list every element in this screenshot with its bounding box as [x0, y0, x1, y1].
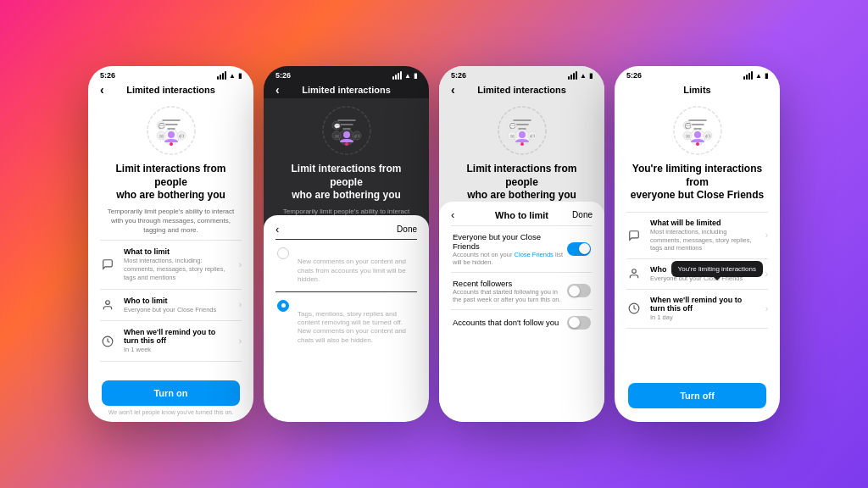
- option-content-2-0: Some interactions New comments on your c…: [298, 247, 415, 284]
- hero-subtitle-1: Temporarily limit people's ability to in…: [102, 207, 240, 236]
- option-desc-2-1: Tags, mentions, story replies and conten…: [298, 310, 415, 346]
- option-content-2-1: Most interactions Tags, mentions, story …: [298, 299, 415, 346]
- signal-icon-4: [743, 71, 753, 80]
- svg-text:🏷: 🏷: [705, 134, 710, 139]
- nav-title-1: Limited interactions: [126, 85, 215, 95]
- toggle-label-3-0: Everyone but your Close Friends: [453, 232, 567, 251]
- svg-text:💬: 💬: [158, 123, 164, 130]
- time-2: 5:26: [275, 71, 291, 80]
- clock-icon-1: [100, 334, 115, 349]
- toggle-sublabel-3-0: Accounts not on your Close Friends list …: [453, 251, 567, 266]
- close-friends-link[interactable]: Close Friends: [515, 251, 554, 258]
- bs-back-3[interactable]: ‹: [451, 208, 454, 221]
- toggle-item-3-1[interactable]: Recent followers Accounts that started f…: [439, 273, 604, 309]
- bs-done-3[interactable]: Done: [572, 210, 593, 219]
- hero-icon-3: ✉ 🏷 💬: [497, 105, 548, 156]
- toggle-knob-3-2: [569, 317, 580, 328]
- toggle-3-1[interactable]: [567, 284, 591, 297]
- list-item-title-4-0: What will be limited: [650, 219, 757, 227]
- list-item-1-1[interactable]: Who to limit Everyone but your Close Fri…: [88, 290, 253, 321]
- bs-title-2: What to limit: [319, 224, 375, 234]
- option-label-2-1: Most interactions: [298, 299, 415, 308]
- phone-2: 5:26 ▲ ▮ ‹ Limited interactions: [264, 66, 429, 422]
- list-item-4-2[interactable]: When we'll remind you to turn this off I…: [615, 290, 780, 328]
- status-icons-3: ▲ ▮: [568, 71, 593, 80]
- option-2-1[interactable]: Most interactions Tags, mentions, story …: [264, 292, 429, 352]
- status-bar-3: 5:26 ▲ ▮: [439, 66, 604, 81]
- back-button-2[interactable]: ‹: [275, 83, 280, 97]
- svg-text:🏷: 🏷: [530, 134, 535, 139]
- list-item-subtitle-1-2: In 1 week: [124, 346, 231, 354]
- back-button-3[interactable]: ‹: [451, 83, 455, 97]
- list-item-4-0[interactable]: What will be limited Most interactions, …: [615, 213, 780, 258]
- svg-text:🏷: 🏷: [354, 134, 359, 139]
- chevron-icon-4-1: ›: [765, 269, 768, 279]
- option-label-2-0: Some interactions: [298, 247, 415, 256]
- list-item-title-1-1: Who to limit: [124, 297, 231, 305]
- toggle-3-0[interactable]: [567, 242, 591, 256]
- wifi-icon-1: ▲: [229, 72, 236, 80]
- svg-point-55: [632, 269, 637, 274]
- phone-4: 5:26 ▲ ▮ Limits: [615, 66, 780, 422]
- list-item-content-4-0: What will be limited Most interactions, …: [650, 219, 757, 252]
- bottom-sheet-header-2: ‹ What to limit Done: [264, 215, 429, 239]
- tooltip-4-1: You're limiting interactions: [671, 261, 763, 277]
- list-item-subtitle-4-0: Most interactions, including comments, m…: [650, 228, 757, 252]
- bottom-sheet-header-3: ‹ Who to limit Done: [439, 202, 604, 225]
- radio-2-0[interactable]: [277, 247, 289, 259]
- signal-icon-3: [568, 71, 577, 80]
- svg-text:✉: ✉: [159, 134, 163, 139]
- radio-2-1[interactable]: [277, 300, 289, 312]
- list-item-subtitle-1-1: Everyone but your Close Friends: [124, 306, 231, 314]
- turn-off-button-4[interactable]: Turn off: [628, 383, 766, 408]
- clock-icon-4: [626, 301, 642, 316]
- phones-container: 5:26 ▲ ▮ ‹ Limited interactions: [71, 49, 797, 439]
- toggle-item-3-0[interactable]: Everyone but your Close Friends Accounts…: [439, 226, 604, 272]
- chevron-icon-1-2: ›: [239, 336, 242, 346]
- bs-title-3: Who to limit: [495, 210, 548, 220]
- toggle-label-3-2: Accounts that don't follow you: [453, 318, 559, 327]
- list-item-1-0[interactable]: What to limit Most interactions, includi…: [88, 241, 253, 288]
- svg-point-12: [170, 142, 173, 146]
- toggle-left-3-0: Everyone but your Close Friends Accounts…: [453, 232, 567, 266]
- svg-point-13: [106, 301, 110, 305]
- nav-bar-4: Limits: [615, 81, 780, 98]
- list-item-title-4-2: When we'll remind you to turn this off: [650, 296, 757, 313]
- list-item-subtitle-4-2: In 1 day: [650, 313, 757, 322]
- list-item-content-4-2: When we'll remind you to turn this off I…: [650, 296, 757, 322]
- option-2-0[interactable]: Some interactions New comments on your c…: [264, 240, 429, 291]
- hero-icon-4: ✉ 🏷 💬: [672, 105, 723, 156]
- chevron-icon-4-2: ›: [765, 304, 768, 313]
- hero-section-4: ✉ 🏷 💬 You're limiting interactions from …: [615, 98, 780, 212]
- nav-bar-2: ‹ Limited interactions: [264, 81, 429, 98]
- list-item-content-1-0: What to limit Most interactions, includi…: [124, 247, 231, 281]
- turn-on-button-1[interactable]: Turn on: [102, 380, 240, 406]
- list-item-1-2[interactable]: When we'll remind you to turn this off I…: [88, 321, 253, 361]
- list-item-subtitle-1-0: Most interactions, including: comments, …: [124, 257, 231, 281]
- toggle-knob-3-1: [569, 286, 580, 297]
- nav-title-4: Limits: [683, 85, 710, 95]
- toggle-knob-3-0: [579, 243, 590, 254]
- battery-icon-4: ▮: [765, 72, 768, 80]
- toggle-item-3-2[interactable]: Accounts that don't follow you: [439, 310, 604, 336]
- list-item-content-1-2: When we'll remind you to turn this off I…: [124, 328, 231, 354]
- status-icons-4: ▲ ▮: [743, 71, 768, 80]
- svg-point-47: [694, 131, 701, 138]
- list-item-4-1[interactable]: Who Everyone but your Close Friends › Yo…: [615, 259, 780, 289]
- nav-bar-1: ‹ Limited interactions: [88, 81, 253, 98]
- toggle-left-3-2: Accounts that don't follow you: [453, 318, 559, 327]
- phone-3: 5:26 ▲ ▮ ‹ Limited interactions: [439, 66, 604, 422]
- phone-1: 5:26 ▲ ▮ ‹ Limited interactions: [88, 66, 253, 422]
- status-icons-2: ▲ ▮: [392, 71, 417, 80]
- bs-back-2[interactable]: ‹: [275, 223, 279, 236]
- svg-text:💬: 💬: [333, 123, 340, 130]
- person-icon-1: [100, 297, 115, 313]
- nav-title-2: Limited interactions: [302, 85, 391, 95]
- toggle-3-2[interactable]: [567, 316, 591, 330]
- back-button-1[interactable]: ‹: [100, 83, 104, 97]
- bs-done-2[interactable]: Done: [397, 225, 417, 234]
- signal-icon-2: [392, 71, 402, 80]
- svg-text:💬: 💬: [684, 123, 691, 130]
- svg-text:✉: ✉: [509, 134, 514, 139]
- chevron-icon-1-0: ›: [239, 260, 242, 269]
